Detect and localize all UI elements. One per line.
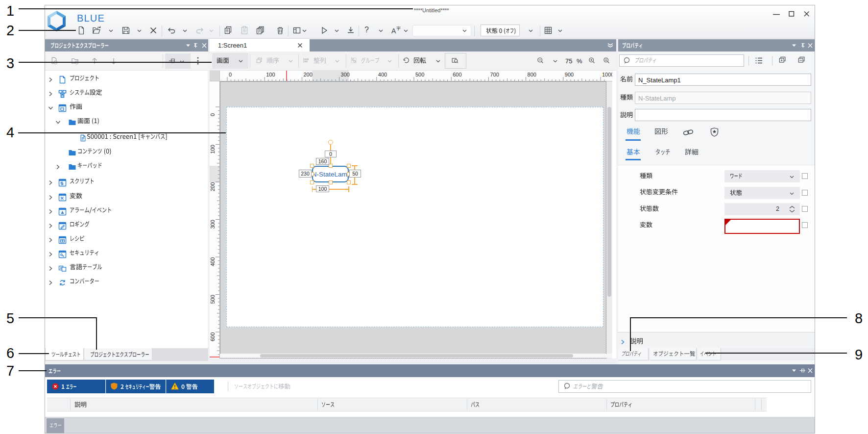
svg-text:600: 600 (453, 72, 461, 77)
svg-text:200: 200 (210, 182, 216, 191)
svg-text:0: 0 (229, 72, 232, 77)
svg-text:100: 100 (210, 145, 216, 153)
svg-text:800: 800 (528, 72, 536, 77)
svg-text:1000: 1000 (602, 72, 612, 77)
svg-text:400: 400 (378, 72, 387, 77)
svg-text:900: 900 (565, 72, 574, 77)
svg-text:500: 500 (415, 72, 424, 77)
svg-text:700: 700 (490, 72, 499, 77)
svg-text:200: 200 (303, 72, 312, 77)
svg-text:400: 400 (210, 257, 216, 266)
svg-text:0: 0 (210, 113, 216, 116)
svg-text:500: 500 (210, 295, 216, 304)
svg-text:600: 600 (210, 332, 216, 341)
svg-text:A: A (60, 266, 62, 270)
svg-text:300: 300 (210, 220, 216, 229)
svg-text:100: 100 (266, 72, 275, 77)
svg-text:300: 300 (341, 72, 350, 77)
